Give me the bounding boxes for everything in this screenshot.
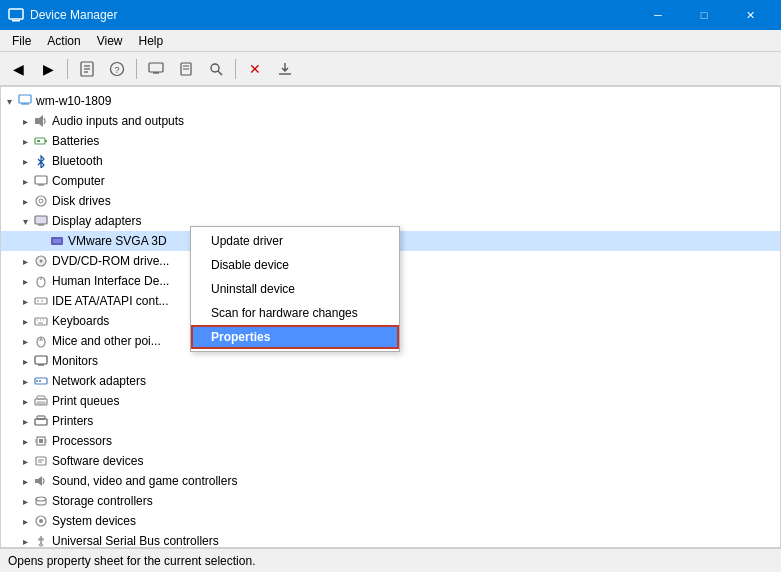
dvd-icon [33, 253, 49, 269]
tree-expander-root[interactable]: ▾ [1, 93, 17, 109]
tree-label-display: Display adapters [52, 214, 141, 228]
tree-item-printqueues[interactable]: ▸Print queues [1, 391, 780, 411]
svg-rect-67 [35, 479, 38, 483]
tree-item-disk[interactable]: ▸Disk drives [1, 191, 780, 211]
tree-expander-mice[interactable]: ▸ [17, 333, 33, 349]
menu-view[interactable]: View [89, 32, 131, 50]
sound-icon [33, 473, 49, 489]
tree-label-printqueues: Print queues [52, 394, 119, 408]
menu-help[interactable]: Help [131, 32, 172, 50]
svg-point-28 [39, 199, 43, 203]
toolbar-sep1 [67, 59, 68, 79]
tree-expander-storage[interactable]: ▸ [17, 493, 33, 509]
toolbar-sep3 [235, 59, 236, 79]
tree-item-root[interactable]: ▾wm-w10-1809 [1, 91, 780, 111]
tree-expander-processors[interactable]: ▸ [17, 433, 33, 449]
context-menu-uninstall-device[interactable]: Uninstall device [191, 277, 399, 301]
tree-label-storage: Storage controllers [52, 494, 153, 508]
tree-item-printers[interactable]: ▸Printers [1, 411, 780, 431]
tree-expander-sound[interactable]: ▸ [17, 473, 33, 489]
maximize-button[interactable]: □ [681, 0, 727, 30]
svg-rect-1 [12, 20, 20, 22]
tree-item-network[interactable]: ▸Network adapters [1, 371, 780, 391]
tree-item-bluetooth[interactable]: ▸Bluetooth [1, 151, 780, 171]
tree-item-processors[interactable]: ▸Processors [1, 431, 780, 451]
toolbar-forward[interactable]: ▶ [34, 56, 62, 82]
tree-expander-disk[interactable]: ▸ [17, 193, 33, 209]
svg-marker-68 [38, 476, 42, 486]
tree-item-sound[interactable]: ▸Sound, video and game controllers [1, 471, 780, 491]
tree-expander-dvd[interactable]: ▸ [17, 253, 33, 269]
window-controls: ─ □ ✕ [635, 0, 773, 30]
tree-item-computer[interactable]: ▸Computer [1, 171, 780, 191]
tree-label-ide: IDE ATA/ATAPI cont... [52, 294, 168, 308]
tree-item-audio[interactable]: ▸Audio inputs and outputs [1, 111, 780, 131]
tree-expander-computer[interactable]: ▸ [17, 173, 33, 189]
tree-label-printers: Printers [52, 414, 93, 428]
tree-item-monitors[interactable]: ▸Monitors [1, 351, 780, 371]
svg-rect-64 [36, 457, 46, 465]
tree-label-disk: Disk drives [52, 194, 111, 208]
svg-point-71 [39, 519, 43, 523]
tree-expander-printqueues[interactable]: ▸ [17, 393, 33, 409]
tree-expander-network[interactable]: ▸ [17, 373, 33, 389]
close-button[interactable]: ✕ [727, 0, 773, 30]
toolbar-properties[interactable] [73, 56, 101, 82]
menu-action[interactable]: Action [39, 32, 88, 50]
svg-rect-55 [37, 402, 45, 404]
hid-icon [33, 273, 49, 289]
svg-rect-25 [35, 176, 47, 184]
tree-item-software[interactable]: ▸Software devices [1, 451, 780, 471]
tree-expander-batteries[interactable]: ▸ [17, 133, 33, 149]
toolbar-monitor[interactable] [142, 56, 170, 82]
menu-file[interactable]: File [4, 32, 39, 50]
tree-expander-monitors[interactable]: ▸ [17, 353, 33, 369]
context-menu-disable-device[interactable]: Disable device [191, 253, 399, 277]
tree-expander-audio[interactable]: ▸ [17, 113, 33, 129]
tree-label-monitors: Monitors [52, 354, 98, 368]
toolbar-download[interactable] [271, 56, 299, 82]
tree-item-system[interactable]: ▸System devices [1, 511, 780, 531]
minimize-button[interactable]: ─ [635, 0, 681, 30]
tree-expander-hid[interactable]: ▸ [17, 273, 33, 289]
monitor-icon [33, 353, 49, 369]
printer-icon [33, 413, 49, 429]
tree-label-software: Software devices [52, 454, 143, 468]
context-menu: Update driver Disable device Uninstall d… [190, 226, 400, 352]
tree-expander-printers[interactable]: ▸ [17, 413, 33, 429]
tree-expander-bluetooth[interactable]: ▸ [17, 153, 33, 169]
tree-expander-display[interactable]: ▾ [17, 213, 33, 229]
mouse-icon [33, 333, 49, 349]
tree-label-computer: Computer [52, 174, 105, 188]
tree-expander-usb[interactable]: ▸ [17, 533, 33, 548]
tree-item-batteries[interactable]: ▸Batteries [1, 131, 780, 151]
disk-icon [33, 193, 49, 209]
context-menu-scan-hardware[interactable]: Scan for hardware changes [191, 301, 399, 325]
status-bar: Opens property sheet for the current sel… [0, 548, 781, 572]
display-icon [33, 213, 49, 229]
usb-icon [33, 533, 49, 548]
toolbar-back[interactable]: ◀ [4, 56, 32, 82]
tree-expander-software[interactable]: ▸ [17, 453, 33, 469]
tree-expander-keyboards[interactable]: ▸ [17, 313, 33, 329]
tree-item-usb[interactable]: ▸Universal Serial Bus controllers [1, 531, 780, 548]
context-menu-update-driver[interactable]: Update driver [191, 229, 399, 253]
toolbar-help[interactable]: ? [103, 56, 131, 82]
toolbar-delete[interactable]: ✕ [241, 56, 269, 82]
tree-item-storage[interactable]: ▸Storage controllers [1, 491, 780, 511]
system-icon [33, 513, 49, 529]
print-icon [33, 393, 49, 409]
menu-bar: File Action View Help [0, 30, 781, 52]
tree-label-usb: Universal Serial Bus controllers [52, 534, 219, 548]
tree-label-batteries: Batteries [52, 134, 99, 148]
context-menu-properties[interactable]: Properties [191, 325, 399, 349]
chip-icon [33, 173, 49, 189]
svg-rect-59 [39, 439, 43, 443]
svg-rect-23 [45, 140, 47, 142]
svg-rect-0 [9, 9, 23, 19]
tree-expander-ide[interactable]: ▸ [17, 293, 33, 309]
toolbar-search[interactable] [202, 56, 230, 82]
toolbar-settings[interactable] [172, 56, 200, 82]
tree-expander-system[interactable]: ▸ [17, 513, 33, 529]
status-text: Opens property sheet for the current sel… [8, 554, 255, 568]
